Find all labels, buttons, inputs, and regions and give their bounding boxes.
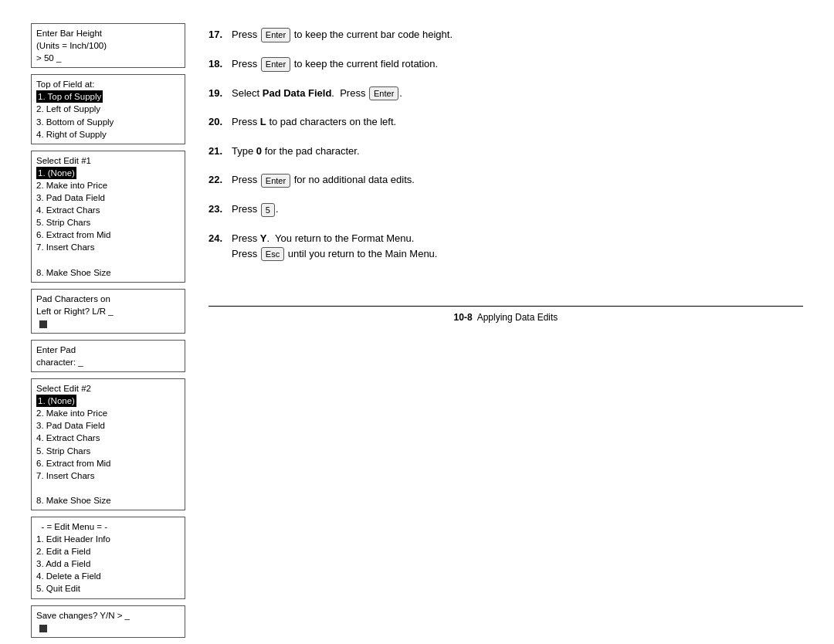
step-17-text: Press Enter to keep the current bar code… [232,27,803,42]
step-20-L: L [260,116,266,127]
edit-menu-option3: 3. Add a Field [36,558,180,570]
select-edit2-box: Select Edit #2 1. (None) 2. Make into Pr… [31,378,185,510]
step-19-enter-key: Enter [369,86,398,101]
step-24: 24. Press Y. You return to the Format Me… [208,231,803,261]
select-edit2-option3: 3. Pad Data Field [36,419,180,432]
step-19-bold: Pad Data Field [263,87,332,99]
step-23-5-key: 5 [261,203,275,218]
pad-chars-line1: Pad Characters on [36,293,180,305]
select-edit1-option4: 4. Extract Chars [36,204,180,216]
step-21: 21. Type 0 for the pad character. [208,144,803,159]
step-21-num: 21. [208,144,228,159]
step-18-num: 18. [208,56,228,72]
bar-height-line3: > 50 _ [36,52,180,64]
step-20-text: Press L to pad characters on the left. [232,114,803,130]
top-of-field-box: Top of Field at: 1. Top of Supply 2. Lef… [31,74,185,144]
enter-pad-line1: Enter Pad [36,344,180,356]
bar-height-line2: (Units = Inch/100) [36,39,180,52]
enter-pad-line2: character: _ [36,356,180,368]
save-cursor-square [39,625,47,632]
top-field-option2: 2. Left of Supply [36,103,180,115]
select-edit1-option2: 2. Make into Price [36,179,180,192]
select-edit2-option2: 2. Make into Price [36,407,180,419]
select-edit1-option5: 5. Strip Chars [36,216,180,229]
select-edit1-option8: 8. Make Shoe Size [36,266,180,279]
step-20-num: 20. [208,114,228,130]
save-changes-box: Save changes? Y/N > _ [31,605,185,638]
select-edit1-option7: 7. Insert Chars [36,241,180,253]
step-18-enter-key: Enter [261,57,290,72]
step-17-enter-key: Enter [261,28,290,42]
select-edit1-title: Select Edit #1 [36,154,180,167]
top-field-option3: 3. Bottom of Supply [36,116,180,128]
select-edit2-option8: 8. Make Shoe Size [36,494,180,507]
top-field-title: Top of Field at: [36,78,180,90]
step-21-0: 0 [256,145,262,157]
step-17: 17. Press Enter to keep the current bar … [208,27,803,42]
footer-page-ref: 10-8 [454,312,473,323]
select-edit1-box: Select Edit #1 1. (None) 2. Make into Pr… [31,151,185,283]
select-edit2-title: Select Edit #2 [36,382,180,395]
select-edit2-option1: 1. (None) [36,395,76,407]
step-19-text: Select Pad Data Field. Press Enter. [232,86,803,101]
edit-menu-option4: 4. Delete a Field [36,570,180,582]
step-23-text: Press 5. [232,202,803,217]
step-24-Y: Y [260,232,267,244]
step-22-enter-key: Enter [261,174,290,188]
step-23-num: 23. [208,202,228,217]
select-edit1-option3: 3. Pad Data Field [36,192,180,204]
edit-menu-box: - = Edit Menu = - 1. Edit Header Info 2.… [31,517,185,599]
footer: 10-8 Applying Data Edits [208,306,803,323]
select-edit2-option7: 7. Insert Chars [36,469,180,482]
pad-chars-box: Pad Characters on Left or Right? L/R _ [31,289,185,334]
step-18: 18. Press Enter to keep the current fiel… [208,56,803,72]
left-panel: Enter Bar Height (Units = Inch/100) > 50… [31,23,185,638]
edit-menu-option5: 5. Quit Edit [36,582,180,595]
select-edit2-option4: 4. Extract Chars [36,432,180,444]
select-edit1-spacer [36,254,180,266]
cursor-square [39,320,47,328]
select-edit1-option1: 1. (None) [36,167,76,179]
step-22: 22. Press Enter for no additional data e… [208,172,803,188]
top-field-option4: 4. Right of Supply [36,128,180,141]
step-23: 23. Press 5. [208,202,803,217]
save-changes-cursor [36,623,180,634]
step-19: 19. Select Pad Data Field. Press Enter. [208,86,803,101]
edit-menu-option1: 1. Edit Header Info [36,533,180,545]
step-17-num: 17. [208,27,228,42]
pad-chars-cursor [36,319,180,330]
select-edit2-option5: 5. Strip Chars [36,445,180,457]
step-24-text: Press Y. You return to the Format Menu. … [232,231,803,261]
edit-menu-title: - = Edit Menu = - [36,520,180,533]
bar-height-line1: Enter Bar Height [36,27,180,39]
right-panel: 17. Press Enter to keep the current bar … [208,23,803,638]
top-field-option1: 1. Top of Supply [36,90,103,103]
select-edit2-option6: 6. Extract from Mid [36,457,180,469]
bar-height-box: Enter Bar Height (Units = Inch/100) > 50… [31,23,185,68]
enter-pad-box: Enter Pad character: _ [31,340,185,372]
step-22-num: 22. [208,172,228,188]
footer-text: 10-8 Applying Data Edits [454,312,558,323]
select-edit1-option6: 6. Extract from Mid [36,229,180,241]
step-18-text: Press Enter to keep the current field ro… [232,56,803,72]
save-changes-line1: Save changes? Y/N > _ [36,609,180,622]
step-22-text: Press Enter for no additional data edits… [232,172,803,188]
pad-chars-line2: Left or Right? L/R _ [36,305,180,317]
step-24-num: 24. [208,231,228,246]
step-24-esc-key: Esc [261,247,284,262]
step-19-num: 19. [208,86,228,101]
step-21-text: Type 0 for the pad character. [232,144,803,159]
step-20: 20. Press L to pad characters on the lef… [208,114,803,130]
edit-menu-option2: 2. Edit a Field [36,545,180,558]
select-edit2-spacer [36,482,180,494]
